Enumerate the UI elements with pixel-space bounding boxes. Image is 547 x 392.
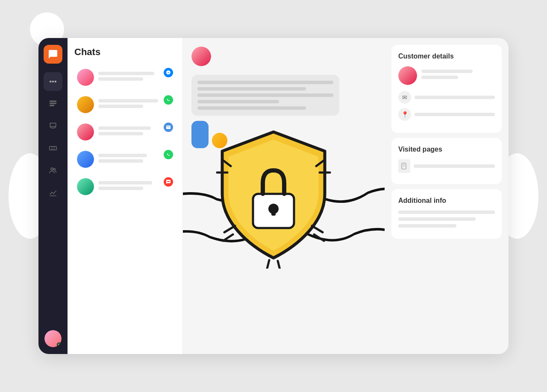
chat-avatar-3 [77, 123, 94, 140]
livechat-icon [166, 179, 171, 184]
additional-line [398, 211, 495, 214]
chart-icon [49, 188, 57, 197]
chat-line [98, 77, 143, 81]
chat-item[interactable] [74, 174, 176, 199]
svg-point-2 [55, 81, 56, 82]
page-icon [398, 159, 410, 173]
customer-details-title: Customer details [398, 53, 495, 60]
team-icon [49, 166, 57, 175]
sidebar-item-reports[interactable] [44, 183, 62, 202]
chat-line [98, 159, 143, 163]
sidebar-logo[interactable] [44, 45, 62, 64]
customer-name-lines [421, 70, 495, 82]
svg-point-7 [51, 168, 53, 170]
customer-avatar [398, 66, 417, 85]
additional-line [398, 217, 476, 221]
chat-header [191, 47, 376, 66]
chat-text-4 [98, 154, 173, 165]
chat-avatar-4 [77, 151, 94, 168]
message-line [197, 100, 279, 103]
visited-page-item [398, 159, 495, 173]
message-line [197, 106, 306, 110]
whatsapp-icon [166, 97, 171, 102]
messenger-icon [166, 70, 171, 75]
location-icon-circle: 📍 [398, 108, 411, 121]
visited-pages-card: Visited pages [391, 138, 502, 184]
sidebar-item-chats[interactable] [44, 72, 62, 91]
chat-line [98, 72, 154, 75]
customer-top-row [398, 66, 495, 85]
message-line [197, 94, 333, 97]
additional-line [398, 224, 456, 228]
chat-item[interactable] [74, 64, 176, 90]
outgoing-user-avatar [212, 133, 227, 148]
chat-line [98, 99, 158, 102]
chat-avatar-5 [77, 178, 94, 195]
chat-item[interactable] [74, 119, 176, 145]
sidebar-item-team[interactable] [44, 161, 62, 180]
chat-text-1 [98, 72, 173, 83]
customer-details-card: Customer details ✉ 📍 [391, 45, 502, 133]
channel-badge-messenger [164, 68, 173, 77]
sidebar-item-inbox[interactable] [44, 117, 62, 135]
chat-line [98, 126, 151, 130]
visited-pages-title: Visited pages [398, 146, 495, 153]
customer-name-line [421, 70, 473, 73]
online-status-dot [57, 342, 61, 347]
email-icon [166, 125, 171, 130]
outer-wrapper: Chats [21, 21, 526, 371]
main-card: Chats [38, 38, 509, 354]
visited-page-line [414, 164, 495, 168]
chat-line [98, 105, 143, 108]
sidebar [38, 38, 68, 354]
agent-avatar[interactable] [44, 330, 62, 347]
location-info-row: 📍 [398, 108, 495, 121]
header-avatar-circle [191, 47, 211, 66]
chat-bubble-icon [48, 49, 58, 59]
sidebar-item-tickets[interactable] [44, 139, 62, 158]
channel-badge-whatsapp2 [164, 150, 173, 159]
message-line [197, 87, 306, 91]
svg-rect-4 [50, 103, 56, 104]
email-info-row: ✉ [398, 91, 495, 104]
customer-avatar-circle [398, 66, 417, 85]
chat-avatar-2 [77, 96, 94, 113]
whatsapp-icon2 [166, 152, 171, 157]
chat-avatar-1 [77, 69, 94, 86]
incoming-message-bubble [191, 75, 339, 116]
svg-point-8 [53, 168, 55, 170]
svg-rect-6 [50, 146, 57, 150]
svg-rect-3 [50, 101, 56, 102]
svg-point-0 [50, 81, 51, 82]
location-value-line [415, 113, 495, 116]
chat-line [98, 181, 152, 184]
chats-title: Chats [74, 47, 176, 58]
chats-panel: Chats [68, 38, 183, 354]
chat-text-3 [98, 126, 173, 137]
list-icon [49, 99, 57, 108]
main-chat-area [183, 38, 385, 354]
chats-icon [49, 77, 57, 86]
email-icon-circle: ✉ [398, 91, 411, 104]
chat-text-2 [98, 99, 173, 110]
ticket-icon [49, 144, 57, 152]
chat-line [98, 132, 143, 135]
additional-info-lines [398, 211, 495, 228]
chat-text-5 [98, 181, 173, 192]
right-panel: Customer details ✉ 📍 [385, 38, 509, 354]
channel-badge-livechat [164, 177, 173, 187]
chat-item[interactable] [74, 92, 176, 117]
message-line [197, 81, 333, 84]
customer-name-line2 [421, 76, 458, 79]
sidebar-item-contacts[interactable] [44, 94, 62, 113]
channel-badge-whatsapp [164, 95, 173, 105]
chat-line [98, 154, 147, 157]
channel-badge-email [164, 123, 173, 132]
page-doc-icon [401, 163, 407, 170]
outgoing-avatar-circle [212, 133, 227, 148]
chat-item[interactable] [74, 146, 176, 172]
additional-info-card: Additional info [391, 189, 502, 239]
header-user-avatar [191, 47, 211, 66]
chat-line [98, 187, 143, 190]
outgoing-message-row [191, 121, 376, 148]
